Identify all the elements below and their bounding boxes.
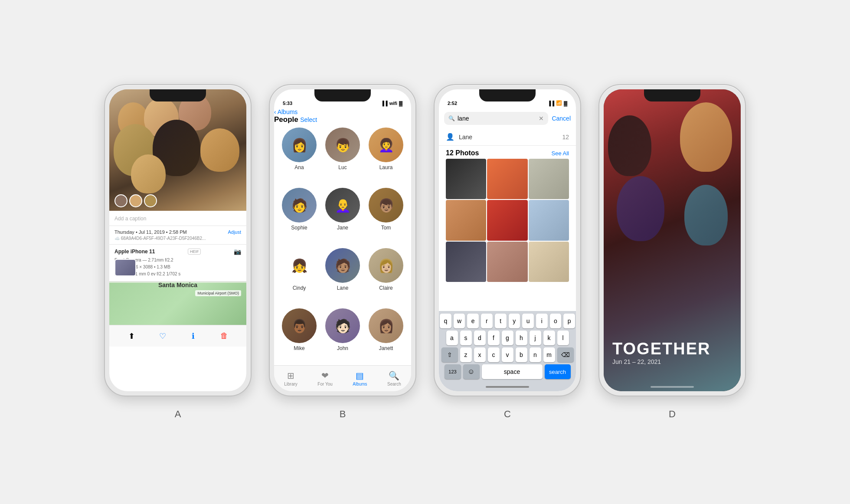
photo-thumb-5[interactable] xyxy=(487,200,527,240)
avatar-janett: 👩🏽 xyxy=(369,308,403,343)
key-n[interactable]: n xyxy=(530,347,541,362)
person-mike[interactable]: 👨🏾 Mike xyxy=(281,308,317,362)
key-d[interactable]: d xyxy=(474,331,486,345)
share-button[interactable]: ⬆ xyxy=(127,331,137,341)
key-o[interactable]: o xyxy=(550,314,562,328)
tab-for-you[interactable]: ❤ For You xyxy=(317,370,332,386)
favorite-button[interactable]: ♡ xyxy=(157,331,168,341)
photo-thumb-3[interactable] xyxy=(529,159,569,199)
person-john[interactable]: 🧑🏻 John xyxy=(324,308,361,362)
key-a[interactable]: a xyxy=(446,331,458,345)
cloud-id: ☁️ 68A9A4D6-AF5F-49D7-A23F-D5F2046B2... xyxy=(114,236,241,241)
key-u[interactable]: u xyxy=(522,314,534,328)
key-j[interactable]: j xyxy=(530,331,541,345)
key-f[interactable]: f xyxy=(488,331,500,345)
key-i[interactable]: i xyxy=(536,314,548,328)
signal-icon: ▐▐ xyxy=(381,101,388,106)
camera-icon: 📷 xyxy=(234,248,241,255)
phone-a-label: A xyxy=(175,409,181,420)
search-input-box[interactable]: 🔍 lane ✕ xyxy=(444,112,548,125)
key-e[interactable]: e xyxy=(467,314,479,328)
tab-library-label: Library xyxy=(284,382,298,386)
person-name-janett: Janett xyxy=(379,345,393,351)
key-t[interactable]: t xyxy=(495,314,507,328)
key-numbers[interactable]: 123 xyxy=(445,364,461,379)
key-b[interactable]: b xyxy=(516,347,527,362)
nav-back-button[interactable]: ‹ Albums xyxy=(274,108,411,115)
tab-bar-b: ⊞ Library ❤ For You ▤ Albums 🔍 xyxy=(274,365,411,391)
battery-icon-c: ▓ xyxy=(564,101,567,106)
photo-thumb-7[interactable] xyxy=(446,242,486,282)
key-space[interactable]: space xyxy=(482,364,543,379)
key-w[interactable]: w xyxy=(454,314,465,328)
photo-thumb-6[interactable] xyxy=(529,200,569,240)
person-tom[interactable]: 👦🏽 Tom xyxy=(368,188,404,241)
photo-thumb-2[interactable] xyxy=(487,159,527,199)
search-suggestion[interactable]: 👤 Lane 12 xyxy=(439,128,576,146)
key-k[interactable]: k xyxy=(543,331,555,345)
key-g[interactable]: g xyxy=(502,331,513,345)
photo-thumb-1[interactable] xyxy=(446,159,486,199)
tab-search[interactable]: 🔍 Search xyxy=(387,370,401,386)
person-janett[interactable]: 👩🏽 Janett xyxy=(368,308,404,362)
see-all-button[interactable]: See All xyxy=(552,150,569,157)
adjust-button[interactable]: Adjust xyxy=(228,229,241,235)
for-you-icon: ❤ xyxy=(321,370,329,381)
avatar-img-laura: 👩‍🦱 xyxy=(369,128,403,162)
phone-b-wrapper: 5:33 ▐▐ wifi ▓ ‹ Albums People xyxy=(269,84,416,420)
photo-thumb-4[interactable] xyxy=(446,200,486,240)
together-date: Jun 21 – 22, 2021 xyxy=(612,358,710,365)
key-delete[interactable]: ⌫ xyxy=(557,347,574,362)
photo-thumb-9[interactable] xyxy=(529,242,569,282)
person-ana[interactable]: 👩 Ana xyxy=(281,128,317,181)
info-button[interactable]: ℹ xyxy=(188,331,199,341)
library-icon: ⊞ xyxy=(287,370,294,381)
key-h[interactable]: h xyxy=(516,331,527,345)
person-claire[interactable]: 👩🏼 Claire xyxy=(368,248,404,301)
avatar-img-cindy: 👧 xyxy=(282,248,317,283)
avatar-lane: 🧑🏽 xyxy=(325,248,360,283)
key-q[interactable]: q xyxy=(440,314,451,328)
key-row-2: a s d f g h j k l xyxy=(440,331,575,345)
search-cancel-button[interactable]: Cancel xyxy=(552,115,571,122)
person-laura[interactable]: 👩‍🦱 Laura xyxy=(368,128,404,181)
phone-d-label: D xyxy=(669,409,676,420)
key-emoji[interactable]: ☺ xyxy=(463,364,480,379)
device-header: Apple iPhone 11 HEIF 📷 xyxy=(114,248,241,255)
nav-select-button[interactable]: Select xyxy=(300,116,317,123)
avatar-laura: 👩‍🦱 xyxy=(369,128,403,162)
battery-icon: ▓ xyxy=(399,101,402,106)
key-s[interactable]: s xyxy=(460,331,472,345)
person-sophie[interactable]: 🧑 Sophie xyxy=(281,188,317,241)
person-luc[interactable]: 👦 Luc xyxy=(324,128,361,181)
avatar-tom: 👦🏽 xyxy=(369,188,403,223)
key-p[interactable]: p xyxy=(563,314,575,328)
tab-albums[interactable]: ▤ Albums xyxy=(353,370,367,386)
key-v[interactable]: v xyxy=(502,347,513,362)
person-jane[interactable]: 👩‍🦲 Jane xyxy=(324,188,361,241)
key-r[interactable]: r xyxy=(481,314,493,328)
key-m[interactable]: m xyxy=(543,347,555,362)
delete-button[interactable]: 🗑 xyxy=(219,331,229,341)
photo-thumb-8[interactable] xyxy=(487,242,527,282)
tab-library[interactable]: ⊞ Library xyxy=(284,370,298,386)
key-x[interactable]: x xyxy=(474,347,486,362)
search-clear-button[interactable]: ✕ xyxy=(539,115,544,122)
photos-header-c: 12 Photos See All xyxy=(439,146,576,159)
caption-placeholder: Add a caption xyxy=(114,216,146,222)
person-suggestion-icon: 👤 xyxy=(446,133,454,141)
key-z[interactable]: z xyxy=(460,347,472,362)
person-cindy[interactable]: 👧 Cindy xyxy=(281,248,317,301)
person-name-john: John xyxy=(337,345,348,351)
notch-b xyxy=(314,89,371,101)
key-shift[interactable]: ⇧ xyxy=(441,347,458,362)
person-lane[interactable]: 🧑🏽 Lane xyxy=(324,248,361,301)
person-name-lane: Lane xyxy=(337,285,349,291)
search-bar-c: 🔍 lane ✕ Cancel xyxy=(439,108,576,128)
key-y[interactable]: y xyxy=(509,314,520,328)
key-c[interactable]: c xyxy=(488,347,500,362)
phone-d-wrapper: TOGETHER Jun 21 – 22, 2021 D xyxy=(598,84,746,420)
key-l[interactable]: l xyxy=(557,331,569,345)
avatar-cindy: 👧 xyxy=(282,248,317,283)
key-search[interactable]: search xyxy=(545,364,571,379)
